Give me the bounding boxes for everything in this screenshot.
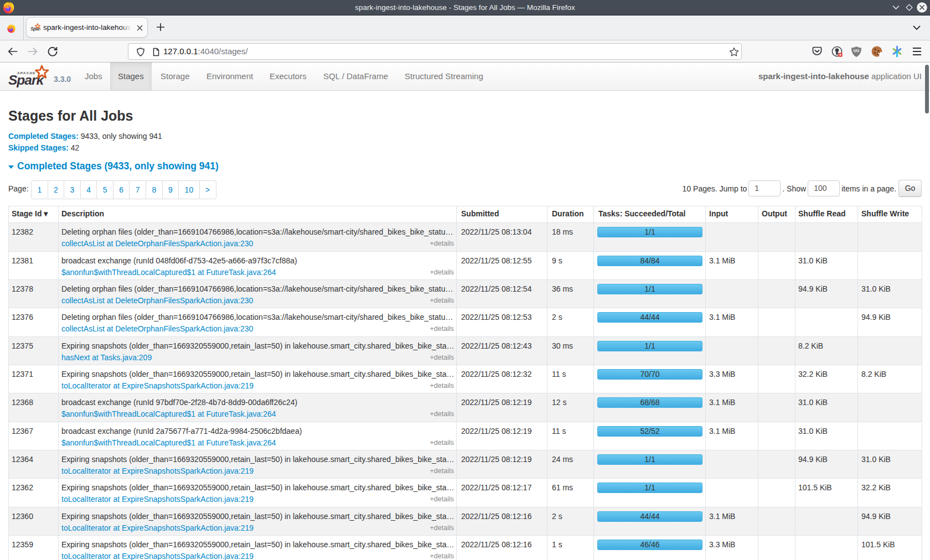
svg-text:UO: UO — [854, 49, 860, 53]
